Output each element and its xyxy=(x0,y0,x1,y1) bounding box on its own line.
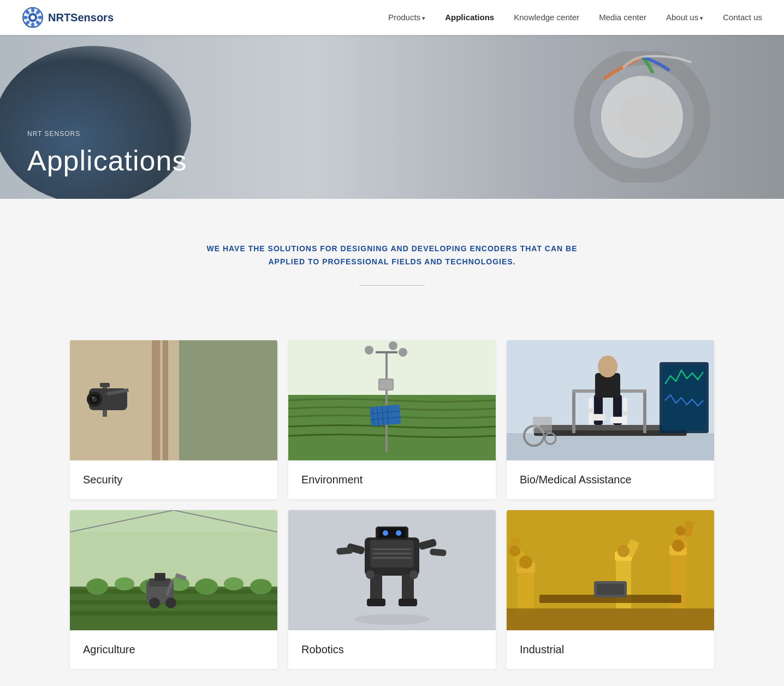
cards-section: Security xyxy=(0,318,784,686)
svg-rect-47 xyxy=(572,389,575,433)
nav-item-media[interactable]: Media center xyxy=(599,13,646,22)
svg-point-77 xyxy=(195,578,218,595)
svg-point-5 xyxy=(38,16,43,19)
svg-point-9 xyxy=(22,16,28,19)
nav-item-products[interactable]: Products xyxy=(388,13,425,22)
card-image-security xyxy=(70,340,277,460)
intro-divider xyxy=(359,285,425,286)
card-security[interactable]: Security xyxy=(70,340,277,499)
svg-rect-91 xyxy=(378,528,406,538)
svg-point-13 xyxy=(620,95,664,139)
nav-item-about[interactable]: About us xyxy=(666,13,703,22)
nav-links: Products Applications Knowledge center M… xyxy=(388,13,762,22)
svg-point-7 xyxy=(31,22,34,28)
intro-section: WE HAVE THE SOLUTIONS FOR DESIGNING AND … xyxy=(0,199,784,318)
svg-point-113 xyxy=(519,555,532,569)
svg-rect-20 xyxy=(100,383,110,387)
nav-item-knowledge[interactable]: Knowledge center xyxy=(514,13,579,22)
svg-point-25 xyxy=(92,397,94,399)
svg-point-33 xyxy=(399,348,407,357)
card-label-agriculture: Agriculture xyxy=(70,630,277,669)
svg-rect-102 xyxy=(373,548,411,550)
svg-rect-95 xyxy=(402,575,414,602)
svg-rect-64 xyxy=(533,417,552,433)
card-label-robotics: Robotics xyxy=(288,630,496,669)
security-image-svg xyxy=(70,340,277,460)
svg-point-107 xyxy=(354,614,430,625)
hero-content: NRT SENSORS Applications xyxy=(27,130,187,177)
card-environment[interactable]: Environment xyxy=(288,340,496,499)
nav-link-products[interactable]: Products xyxy=(388,13,425,22)
svg-rect-34 xyxy=(370,404,401,426)
card-agriculture[interactable]: Agriculture xyxy=(70,510,277,669)
nav-item-contact[interactable]: Contact us xyxy=(723,13,762,22)
intro-tagline: WE HAVE THE SOLUTIONS FOR DESIGNING AND … xyxy=(201,243,583,269)
nav-item-applications[interactable]: Applications xyxy=(445,13,494,22)
svg-point-3 xyxy=(31,7,34,13)
hero-breadcrumb: NRT SENSORS xyxy=(27,130,187,138)
svg-rect-53 xyxy=(587,409,594,413)
logo-icon xyxy=(22,7,44,28)
svg-point-105 xyxy=(366,570,375,579)
nav-link-contact[interactable]: Contact us xyxy=(723,13,762,22)
svg-rect-18 xyxy=(163,340,168,460)
card-image-robotics xyxy=(288,510,496,630)
svg-rect-51 xyxy=(591,414,605,421)
svg-rect-30 xyxy=(376,351,397,353)
svg-rect-48 xyxy=(643,389,646,433)
svg-rect-125 xyxy=(507,608,714,630)
card-image-agriculture xyxy=(70,510,277,630)
svg-rect-57 xyxy=(622,411,628,416)
nav-link-knowledge[interactable]: Knowledge center xyxy=(514,13,579,22)
card-label-biomedical: Bio/Medical Assistance xyxy=(507,460,714,499)
hero-device-right xyxy=(533,46,751,188)
card-biomedical[interactable]: Bio/Medical Assistance xyxy=(507,340,714,499)
svg-rect-29 xyxy=(385,351,388,452)
svg-point-32 xyxy=(389,341,397,350)
svg-rect-17 xyxy=(152,340,160,460)
svg-rect-96 xyxy=(367,599,385,606)
svg-rect-55 xyxy=(610,417,625,423)
agriculture-image-svg xyxy=(70,510,277,630)
svg-point-92 xyxy=(383,530,388,536)
svg-point-123 xyxy=(672,540,684,552)
logo-link[interactable]: NRTSensors xyxy=(22,7,114,28)
hero-title: Applications xyxy=(27,144,187,177)
svg-point-84 xyxy=(165,598,176,608)
svg-point-78 xyxy=(224,577,243,590)
card-image-biomedical xyxy=(507,340,714,460)
card-robotics[interactable]: Robotics xyxy=(288,510,496,669)
biomedical-image-svg xyxy=(507,340,714,460)
svg-point-73 xyxy=(86,578,108,595)
nav-link-about[interactable]: About us xyxy=(666,13,703,22)
svg-rect-104 xyxy=(373,557,411,559)
environment-image-svg xyxy=(288,340,496,460)
svg-point-74 xyxy=(115,577,134,590)
svg-point-31 xyxy=(365,346,373,354)
svg-point-114 xyxy=(509,546,520,557)
cards-grid: Security xyxy=(70,340,714,669)
industrial-image-svg xyxy=(507,510,714,630)
svg-point-93 xyxy=(396,530,401,536)
svg-point-83 xyxy=(149,598,160,608)
svg-rect-72 xyxy=(70,611,277,616)
card-industrial[interactable]: Industrial xyxy=(507,510,714,669)
card-label-environment: Environment xyxy=(288,460,496,499)
nav-link-applications[interactable]: Applications xyxy=(445,13,494,22)
svg-point-118 xyxy=(617,545,629,557)
svg-rect-82 xyxy=(155,573,165,581)
svg-rect-94 xyxy=(370,575,382,602)
main-nav: NRTSensors Products Applications Knowled… xyxy=(0,0,784,35)
svg-point-2 xyxy=(31,15,35,20)
svg-point-59 xyxy=(598,356,617,377)
card-label-security: Security xyxy=(70,460,277,499)
logo-text: NRTSensors xyxy=(48,11,114,24)
svg-point-106 xyxy=(409,570,418,579)
svg-rect-42 xyxy=(379,380,393,389)
card-image-environment xyxy=(288,340,496,460)
card-image-industrial xyxy=(507,510,714,630)
nav-link-media[interactable]: Media center xyxy=(599,13,646,22)
encoder-svg xyxy=(538,51,746,182)
svg-rect-44 xyxy=(507,433,714,460)
svg-point-79 xyxy=(250,579,272,594)
